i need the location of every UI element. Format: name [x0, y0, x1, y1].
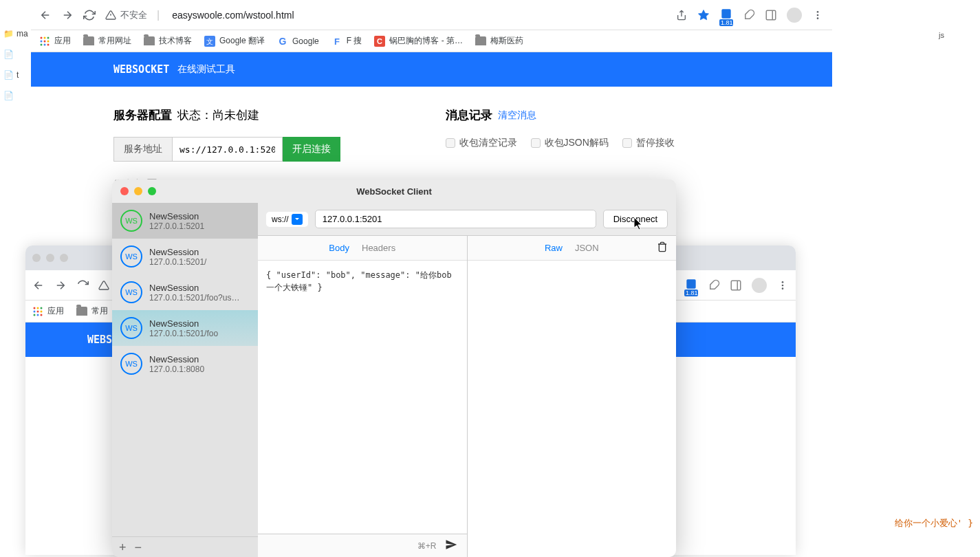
svg-point-5 [817, 14, 819, 16]
extension-badge[interactable]: 1.81 [684, 277, 698, 294]
close-dot[interactable] [32, 254, 41, 262]
bookmark-folder[interactable]: 梅斯医药 [475, 35, 523, 47]
session-text: NewSession 127.0.0.1:5201 [149, 211, 250, 231]
checkbox-clear-on-receive[interactable]: 收包清空记录 [446, 137, 517, 149]
sidebar-footer: + − [112, 536, 258, 557]
file-icon: 📄 [3, 91, 14, 100]
session-item[interactable]: WS NewSession 127.0.0.1:5201/foo [112, 310, 258, 346]
bookmark-item[interactable]: FF 搜 [331, 35, 362, 47]
file-icon: 📄 [3, 70, 14, 80]
session-text: NewSession 127.0.0.1:5201/foo?us… [149, 283, 250, 303]
svg-rect-1 [721, 9, 730, 18]
session-item[interactable]: WS NewSession 127.0.0.1:5201 [112, 203, 258, 239]
websocket-client-window: WebSocket Client WS NewSession 127.0.0.1… [112, 179, 676, 557]
profile-avatar[interactable] [787, 8, 802, 23]
maximize-button[interactable] [148, 187, 156, 195]
extension-badge[interactable]: 1.81 [719, 7, 733, 23]
forward-button[interactable] [54, 279, 67, 292]
svg-point-25 [782, 281, 784, 283]
side-panel-icon[interactable] [730, 279, 742, 292]
reload-button[interactable] [76, 279, 89, 292]
bookmark-folder[interactable]: 常用 [76, 305, 108, 317]
request-panel: Body Headers { "userId": "bob", "message… [258, 236, 468, 557]
right-code-panel: js 给你一个小爱心' } [832, 0, 980, 557]
share-icon[interactable] [675, 9, 688, 21]
bookmark-item[interactable]: GGoogle [277, 36, 319, 47]
session-item[interactable]: WS NewSession 127.0.0.1:5201/foo?us… [112, 274, 258, 310]
menu-icon[interactable] [776, 279, 789, 292]
svg-marker-0 [699, 10, 709, 19]
titlebar[interactable]: WebSocket Client [112, 179, 676, 203]
response-body [468, 261, 677, 557]
extensions-icon[interactable] [708, 279, 720, 292]
add-session-button[interactable]: + [119, 541, 127, 554]
svg-point-8 [44, 36, 46, 39]
folder-icon [76, 307, 87, 316]
svg-point-9 [47, 36, 50, 39]
svg-text:G: G [279, 36, 287, 47]
session-url: 127.0.0.1:8080 [149, 364, 250, 374]
warning-icon [105, 10, 116, 21]
url-input[interactable] [315, 210, 596, 228]
bookmark-folder[interactable]: 技术博客 [144, 35, 192, 47]
tab-headers[interactable]: Headers [362, 243, 395, 253]
minimize-dot[interactable] [46, 254, 54, 262]
security-indicator[interactable] [98, 280, 109, 291]
clear-messages-link[interactable]: 清空消息 [498, 109, 536, 122]
checkbox-icon [622, 138, 632, 148]
folder-icon [83, 36, 94, 45]
menu-icon[interactable] [812, 9, 824, 21]
tab-json[interactable]: JSON [575, 243, 599, 253]
bookmark-star-icon[interactable] [697, 9, 710, 21]
ws-badge-icon: WS [120, 317, 142, 339]
svg-point-6 [817, 17, 819, 19]
checkbox-label: 收包JSON解码 [545, 137, 609, 149]
brand-text: WEBS [87, 334, 112, 346]
folder-icon: 📁 [3, 29, 14, 39]
forward-button[interactable] [61, 9, 74, 21]
session-url: 127.0.0.1:5201/foo [149, 329, 250, 338]
bookmark-item[interactable]: 文Google 翻译 [204, 35, 265, 47]
minimize-button[interactable] [134, 187, 142, 195]
session-text: NewSession 127.0.0.1:8080 [149, 354, 250, 374]
checkbox-pause[interactable]: 暂停接收 [622, 137, 675, 149]
chrome-toolbar: 不安全 | easyswoole.com/wstool.html 1.81 [31, 0, 832, 30]
svg-point-36 [41, 314, 43, 316]
session-item[interactable]: WS NewSession 127.0.0.1:5201/ [112, 239, 258, 274]
apps-button[interactable]: 应用 [39, 35, 71, 47]
session-item[interactable]: WS NewSession 127.0.0.1:8080 [112, 346, 258, 382]
warning-icon [98, 280, 109, 291]
clear-response-button[interactable] [657, 241, 668, 254]
checkbox-label: 收包清空记录 [459, 137, 517, 149]
apps-button[interactable]: 应用 [32, 305, 64, 317]
extension-icon [684, 277, 698, 291]
bookmark-label: 应用 [47, 305, 64, 317]
remove-session-button[interactable]: − [135, 541, 142, 554]
checkbox-json-decode[interactable]: 收包JSON解码 [531, 137, 609, 149]
bookmark-folder[interactable]: 常用网址 [83, 35, 131, 47]
send-button[interactable] [445, 538, 457, 554]
request-body[interactable]: { "userId": "bob", "message": "给你bob一个大铁… [258, 261, 467, 534]
connect-button[interactable]: 开启连接 [283, 137, 340, 162]
close-button[interactable] [120, 187, 129, 195]
scheme-selector[interactable]: ws:// [266, 212, 308, 227]
reload-button[interactable] [83, 9, 96, 21]
extension-icon [719, 7, 733, 21]
svg-text:C: C [377, 37, 382, 45]
tab-raw[interactable]: Raw [545, 243, 563, 253]
back-button[interactable] [39, 9, 52, 21]
url-text[interactable]: easyswoole.com/wstool.html [172, 10, 294, 21]
tab-body[interactable]: Body [329, 243, 349, 253]
url-separator: | [157, 9, 160, 21]
maximize-dot[interactable] [60, 254, 68, 262]
security-indicator[interactable]: 不安全 [105, 9, 147, 21]
back-button[interactable] [32, 279, 45, 292]
profile-avatar[interactable] [752, 278, 767, 293]
side-panel-icon[interactable] [765, 9, 777, 21]
session-sidebar: WS NewSession 127.0.0.1:5201 WS NewSessi… [112, 203, 258, 557]
url-row: ws:// Disconnect [258, 203, 676, 235]
address-input[interactable] [173, 137, 283, 162]
bookmark-item[interactable]: C锅巴胸的博客 - 第… [374, 35, 463, 47]
checkbox-row: 收包清空记录 收包JSON解码 暂停接收 [446, 137, 750, 149]
extensions-icon[interactable] [743, 9, 755, 21]
